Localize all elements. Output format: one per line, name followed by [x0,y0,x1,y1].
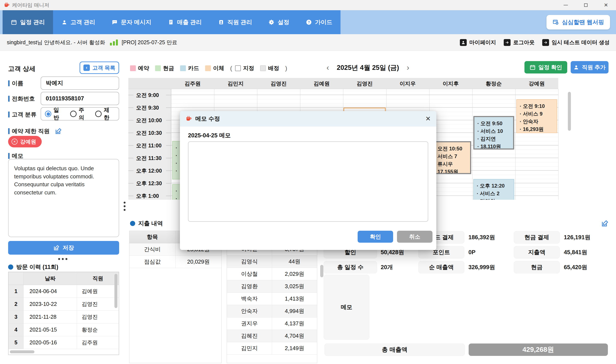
current-date-label: 2025년 4월 25일 (금) [337,63,399,72]
window-titlebar: 케어타임 매니저 ✕ [0,0,616,10]
phone-input[interactable] [41,92,119,105]
panel-resize-handle-horizontal[interactable] [58,258,67,260]
staff-column-header[interactable]: 김민지 [214,78,257,89]
staff-icon [218,19,224,26]
grid-header: 김주원김민지김영진김예원김영진이지우이지후황정순강예원 [128,78,558,89]
class-radio-2[interactable]: 제한 [95,106,115,121]
class-radio-0[interactable]: 일반 [45,106,65,121]
app-title: 케어타임 매니저 [12,2,49,9]
main-navbar: 일정 관리고객 관리문자 메시지매출 관리직원 관리설정?가이드 심심할땐 웹서… [0,10,616,34]
expense-row[interactable]: 점심값20,029원 [129,256,221,268]
appointment-block-card[interactable]: · 오전 9:50· 서비스 10· 김지연· 18,110원 [473,116,514,150]
section-dot-icon [130,221,135,226]
legend-item: 지정 [235,65,254,72]
radio-icon [70,111,77,117]
stat-label: 순 매출액 [418,261,464,273]
staff-expense-vscroll-thumb[interactable] [320,265,323,277]
staff-column-header[interactable]: 강예원 [515,78,558,89]
panel-resize-handle-vertical[interactable] [124,202,125,211]
modal-memo-textarea[interactable] [188,142,428,222]
time-label: 오후 12:00 [136,167,162,174]
restrict-label: 예약 제한 직원 [8,127,62,135]
appointment-block-transfer[interactable]: · 오전 9:10· 서비스 9· 안숙자· 16,293원 [516,99,557,133]
staff-column-header[interactable]: 이지우 [386,78,429,89]
staff-expense-row[interactable]: 김영식44원 [227,256,317,268]
staff-expense-row[interactable]: 김영환3,025원 [227,280,317,293]
stat-value: 65,420원 [564,261,587,273]
maximize-button[interactable] [576,0,596,10]
nav-tab-6[interactable]: ?가이드 [298,10,341,34]
staff-expense-row[interactable]: 백숙자1,413원 [227,293,317,305]
class-label: 고객 분류 [8,111,37,118]
restricted-staff-chip[interactable]: ✕ 강예원 [8,136,42,147]
sales-icon [168,19,174,26]
stats-edit-icon[interactable] [601,220,609,227]
modal-close-icon[interactable]: ✕ [425,115,431,122]
schedule-check-button[interactable]: 일정 확인 [524,61,567,74]
close-button[interactable]: ✕ [596,0,616,10]
app-logo-cup-icon [3,2,10,8]
staff-column-header[interactable]: 김예원 [300,78,343,89]
modal-title: 메모 수정 [195,115,220,123]
staff-expense-row[interactable]: 권지우4,137원 [227,317,317,330]
customer-list-button[interactable]: ‹ 고객 목록 [80,62,119,74]
staff-column-header[interactable]: 황정순 [472,78,515,89]
stat-value: 45,841원 [564,246,587,259]
appointment-block-card[interactable]: · 오후 12:20· 서비스 2· 김영희 [473,179,514,200]
visit-row[interactable]: 12024-06-04김예원 [9,285,119,298]
visits-table: 날짜 직원 12024-06-04김예원22023-10-22김영진32021-… [8,272,119,355]
save-button[interactable]: 저장 [8,241,119,255]
chip-remove-icon[interactable]: ✕ [12,139,17,145]
modal-ok-button[interactable]: 확인 [358,231,393,243]
next-day-button[interactable]: › [407,64,409,72]
web-surf-label: 심심할땐 웹서핑 [562,18,604,26]
visit-row[interactable]: 42021-05-15황정순 [9,324,119,336]
customer-class-group: 일반주의제한 [41,107,119,120]
visit-row[interactable]: 22023-10-22김영진 [9,298,119,311]
staff-column-header[interactable]: 김주원 [171,78,214,89]
class-radio-1[interactable]: 주의 [70,106,90,121]
staff-expense-row[interactable]: 김혜진4,704원 [227,330,317,342]
minimize-button[interactable] [556,0,576,10]
nav-tab-1[interactable]: 고객 관리 [53,10,104,34]
modal-header: 메모 수정 [180,111,436,127]
restrict-edit-icon[interactable] [55,128,62,135]
visits-hscroll-thumb[interactable] [10,350,34,353]
stat-value: 20개 [381,261,393,273]
logout-link[interactable]: 로그아웃 [504,39,534,46]
section-dot-icon [8,264,13,270]
staff-add-button[interactable]: 직원 추가 [571,61,609,74]
legend: 예약현금카드이체(지정배정) [130,65,287,72]
nav-tab-3[interactable]: 매출 관리 [160,10,210,34]
stat-label: 현금 [514,261,560,273]
staff-column-header[interactable]: 김영진 [257,78,300,89]
staff-column-header[interactable]: 김영진 [343,78,386,89]
visits-vscroll-thumb[interactable] [114,274,117,308]
schedule-vscroll-thumb[interactable] [568,92,571,131]
visit-row[interactable]: 52020-05-16김주원 [9,336,119,349]
legend-item: 예약 [130,65,149,72]
chat-icon [111,19,118,26]
prev-day-button[interactable]: ‹ [326,64,329,72]
radio-icon [45,111,51,117]
nav-tab-5[interactable]: 설정 [260,10,298,34]
nav-tab-2[interactable]: 문자 메시지 [103,10,160,34]
time-label: 오전 11:00 [136,142,162,149]
staff-expense-row[interactable]: 안숙자4,994원 [227,305,317,317]
staff-column-header[interactable]: 이지후 [429,78,472,89]
name-input[interactable] [41,77,119,90]
staff-expense-row[interactable]: 이상철2,029원 [227,268,317,280]
staff-expense-table: 이아윤3,737원김영식44원이상철2,029원김영환3,025원백숙자1,41… [227,231,317,363]
web-surf-button[interactable]: 심심할땐 웹서핑 [547,15,610,29]
expense-table: 항목 간식비25,812원점심값20,029원 [129,231,222,363]
visit-row[interactable]: 32021-11-28김영진 [9,311,119,324]
stat-value: 186,392원 [468,231,495,244]
nav-tab-4[interactable]: 직원 관리 [210,10,260,34]
testdata-link[interactable]: 임시 테스트 데이터 생성 [542,39,610,46]
staff-expense-row[interactable]: 김민지2,149원 [227,342,317,355]
appointment-block-transfer[interactable]: · 오전 10:50· 서비스 7· 류시우· 17,155원 [430,141,471,174]
modal-cancel-button[interactable]: 취소 [397,231,433,243]
nav-tab-0[interactable]: 일정 관리 [2,10,53,34]
mypage-link[interactable]: 마이페이지 [460,39,496,46]
customer-memo-textarea[interactable]: Voluptas qui delectus quo. Unde temporib… [8,159,119,237]
